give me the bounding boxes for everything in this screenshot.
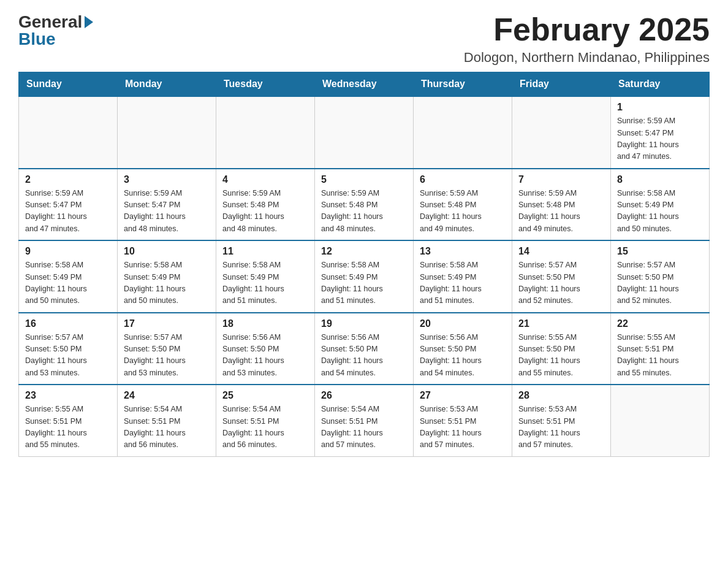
day-number: 25 [222,390,308,401]
calendar-cell: 5Sunrise: 5:59 AM Sunset: 5:48 PM Daylig… [315,169,414,241]
day-info: Sunrise: 5:53 AM Sunset: 5:51 PM Dayligh… [518,404,604,451]
day-number: 16 [25,318,111,329]
day-info: Sunrise: 5:59 AM Sunset: 5:47 PM Dayligh… [617,115,703,163]
day-number: 10 [124,246,210,257]
day-info: Sunrise: 5:56 AM Sunset: 5:50 PM Dayligh… [321,332,407,380]
day-info: Sunrise: 5:58 AM Sunset: 5:49 PM Dayligh… [124,259,210,307]
calendar-cell: 18Sunrise: 5:56 AM Sunset: 5:50 PM Dayli… [216,313,315,385]
day-number: 26 [321,390,407,401]
calendar-cell: 17Sunrise: 5:57 AM Sunset: 5:50 PM Dayli… [118,313,216,385]
day-number: 27 [420,390,506,401]
calendar-header-row: SundayMondayTuesdayWednesdayThursdayFrid… [19,72,710,97]
calendar-cell: 23Sunrise: 5:55 AM Sunset: 5:51 PM Dayli… [19,385,118,456]
calendar-cell: 14Sunrise: 5:57 AM Sunset: 5:50 PM Dayli… [512,240,611,313]
day-info: Sunrise: 5:58 AM Sunset: 5:49 PM Dayligh… [617,188,703,236]
calendar-cell [315,96,414,169]
calendar-cell [118,96,216,169]
day-number: 22 [617,318,703,329]
calendar-cell: 10Sunrise: 5:58 AM Sunset: 5:49 PM Dayli… [118,240,216,313]
calendar-day-header: Thursday [414,72,512,97]
calendar-day-header: Friday [512,72,611,97]
calendar-day-header: Saturday [611,72,710,97]
day-number: 20 [420,318,506,329]
day-info: Sunrise: 5:57 AM Sunset: 5:50 PM Dayligh… [617,259,703,307]
day-info: Sunrise: 5:54 AM Sunset: 5:51 PM Dayligh… [222,404,308,451]
day-info: Sunrise: 5:58 AM Sunset: 5:49 PM Dayligh… [321,259,407,307]
calendar-day-header: Monday [118,72,216,97]
day-number: 5 [321,174,407,185]
calendar-cell: 2Sunrise: 5:59 AM Sunset: 5:47 PM Daylig… [19,169,118,241]
month-title: February 2025 [464,12,710,47]
calendar-week-row: 1Sunrise: 5:59 AM Sunset: 5:47 PM Daylig… [19,96,710,169]
calendar-cell [216,96,315,169]
day-number: 14 [518,246,604,257]
location: Dologon, Northern Mindanao, Philippines [464,50,710,66]
calendar-week-row: 9Sunrise: 5:58 AM Sunset: 5:49 PM Daylig… [19,240,710,313]
day-number: 15 [617,246,703,257]
title-block: February 2025 Dologon, Northern Mindanao… [464,12,710,66]
day-number: 13 [420,246,506,257]
calendar-week-row: 16Sunrise: 5:57 AM Sunset: 5:50 PM Dayli… [19,313,710,385]
day-number: 18 [222,318,308,329]
calendar-cell: 3Sunrise: 5:59 AM Sunset: 5:47 PM Daylig… [118,169,216,241]
calendar-cell: 19Sunrise: 5:56 AM Sunset: 5:50 PM Dayli… [315,313,414,385]
calendar-cell: 4Sunrise: 5:59 AM Sunset: 5:48 PM Daylig… [216,169,315,241]
day-info: Sunrise: 5:57 AM Sunset: 5:50 PM Dayligh… [124,332,210,380]
calendar-cell: 16Sunrise: 5:57 AM Sunset: 5:50 PM Dayli… [19,313,118,385]
day-info: Sunrise: 5:59 AM Sunset: 5:47 PM Dayligh… [124,188,210,236]
calendar-cell: 7Sunrise: 5:59 AM Sunset: 5:48 PM Daylig… [512,169,611,241]
logo-arrow-icon [85,16,93,28]
calendar-week-row: 2Sunrise: 5:59 AM Sunset: 5:47 PM Daylig… [19,169,710,241]
day-number: 28 [518,390,604,401]
day-info: Sunrise: 5:56 AM Sunset: 5:50 PM Dayligh… [420,332,506,380]
calendar-cell: 24Sunrise: 5:54 AM Sunset: 5:51 PM Dayli… [118,385,216,456]
day-info: Sunrise: 5:59 AM Sunset: 5:47 PM Dayligh… [25,188,111,236]
calendar-cell: 9Sunrise: 5:58 AM Sunset: 5:49 PM Daylig… [19,240,118,313]
calendar-day-header: Tuesday [216,72,315,97]
day-info: Sunrise: 5:54 AM Sunset: 5:51 PM Dayligh… [321,404,407,451]
calendar-cell: 8Sunrise: 5:58 AM Sunset: 5:49 PM Daylig… [611,169,710,241]
day-info: Sunrise: 5:58 AM Sunset: 5:49 PM Dayligh… [420,259,506,307]
calendar-cell: 26Sunrise: 5:54 AM Sunset: 5:51 PM Dayli… [315,385,414,456]
day-info: Sunrise: 5:55 AM Sunset: 5:51 PM Dayligh… [617,332,703,380]
calendar-day-header: Wednesday [315,72,414,97]
day-info: Sunrise: 5:58 AM Sunset: 5:49 PM Dayligh… [222,259,308,307]
calendar-cell: 6Sunrise: 5:59 AM Sunset: 5:48 PM Daylig… [414,169,512,241]
day-info: Sunrise: 5:54 AM Sunset: 5:51 PM Dayligh… [124,404,210,451]
calendar-cell: 25Sunrise: 5:54 AM Sunset: 5:51 PM Dayli… [216,385,315,456]
calendar-week-row: 23Sunrise: 5:55 AM Sunset: 5:51 PM Dayli… [19,385,710,456]
day-info: Sunrise: 5:57 AM Sunset: 5:50 PM Dayligh… [25,332,111,380]
logo: General Blue [18,12,96,49]
day-number: 6 [420,174,506,185]
day-number: 1 [617,102,703,113]
day-number: 19 [321,318,407,329]
day-info: Sunrise: 5:55 AM Sunset: 5:51 PM Dayligh… [25,404,111,451]
calendar-cell [611,385,710,456]
calendar-cell [19,96,118,169]
calendar-cell [512,96,611,169]
calendar-cell: 21Sunrise: 5:55 AM Sunset: 5:50 PM Dayli… [512,313,611,385]
day-number: 2 [25,174,111,185]
day-number: 24 [124,390,210,401]
calendar-cell: 13Sunrise: 5:58 AM Sunset: 5:49 PM Dayli… [414,240,512,313]
calendar-cell: 28Sunrise: 5:53 AM Sunset: 5:51 PM Dayli… [512,385,611,456]
page-header: General Blue February 2025 Dologon, Nort… [18,12,710,66]
day-info: Sunrise: 5:53 AM Sunset: 5:51 PM Dayligh… [420,404,506,451]
calendar-day-header: Sunday [19,72,118,97]
day-info: Sunrise: 5:59 AM Sunset: 5:48 PM Dayligh… [420,188,506,236]
day-number: 11 [222,246,308,257]
calendar-cell: 22Sunrise: 5:55 AM Sunset: 5:51 PM Dayli… [611,313,710,385]
day-number: 4 [222,174,308,185]
day-number: 7 [518,174,604,185]
day-info: Sunrise: 5:59 AM Sunset: 5:48 PM Dayligh… [518,188,604,236]
day-info: Sunrise: 5:57 AM Sunset: 5:50 PM Dayligh… [518,259,604,307]
day-info: Sunrise: 5:59 AM Sunset: 5:48 PM Dayligh… [321,188,407,236]
calendar-cell: 15Sunrise: 5:57 AM Sunset: 5:50 PM Dayli… [611,240,710,313]
day-number: 9 [25,246,111,257]
day-number: 23 [25,390,111,401]
day-number: 21 [518,318,604,329]
logo-blue-text: Blue [18,29,56,48]
calendar-cell [414,96,512,169]
day-info: Sunrise: 5:56 AM Sunset: 5:50 PM Dayligh… [222,332,308,380]
day-info: Sunrise: 5:59 AM Sunset: 5:48 PM Dayligh… [222,188,308,236]
